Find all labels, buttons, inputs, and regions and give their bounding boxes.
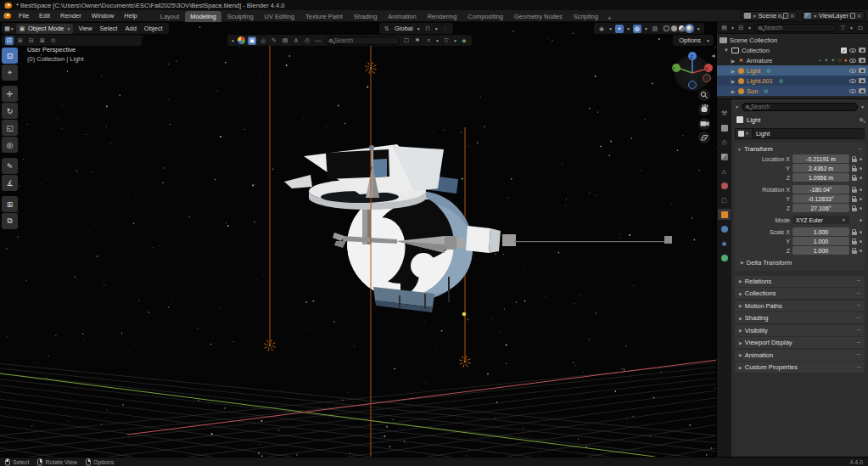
overlays-toggle-icon[interactable]: ◍ — [633, 25, 641, 33]
outliner-row-armature[interactable]: ▶ ✶ Armature ⌁ ✦ ✦ ▽ ♦ — [717, 55, 868, 65]
menu-render[interactable]: Render — [56, 11, 86, 20]
tool-rotate[interactable]: ↻ — [2, 103, 18, 119]
panel-shading[interactable]: ▶Shading┄ — [735, 312, 865, 323]
animate-dot[interactable] — [860, 188, 862, 191]
outliner-row-light[interactable]: ▶ Light ◍ — [717, 65, 868, 76]
tab-compositing[interactable]: Compositing — [462, 11, 508, 22]
panel-motion-paths[interactable]: ▶Motion Paths┄ — [735, 300, 865, 312]
tool-select-box[interactable]: ⊡ — [2, 48, 18, 64]
location-y-field[interactable]: 2.4362 m — [792, 164, 849, 172]
hide-eye-icon[interactable] — [849, 69, 856, 73]
expander-icon[interactable]: ▶ — [731, 58, 736, 64]
expander-icon[interactable]: ▶ — [731, 78, 736, 84]
expander-icon[interactable]: ▶ — [731, 68, 736, 74]
search-input[interactable] — [764, 25, 832, 31]
tab-shading[interactable]: Shading — [349, 11, 383, 22]
hide-eye-icon[interactable] — [849, 59, 856, 63]
select-mode-intersect-icon[interactable]: ⊙ — [49, 36, 58, 45]
scale-x-field[interactable]: 1.000 — [792, 227, 849, 236]
outliner-row-light-001[interactable]: ▶ Light.001 ◍ — [717, 76, 868, 86]
tab-world[interactable] — [718, 180, 731, 191]
axis-x-neg-handle[interactable] — [703, 75, 711, 82]
lock-icon[interactable] — [852, 159, 857, 162]
tool-scale[interactable]: ◱ — [2, 120, 18, 136]
light-point[interactable] — [462, 312, 466, 316]
tool-add-cube[interactable]: ⊞ — [2, 196, 18, 212]
panel-options-icon[interactable]: ┄ — [857, 315, 860, 322]
close-icon[interactable]: ✕ — [790, 13, 794, 19]
tab-object[interactable] — [718, 209, 731, 220]
tab-animation[interactable]: Animation — [383, 11, 421, 22]
delta-transform-subpanel[interactable]: ▶ Delta Transform — [737, 257, 862, 267]
preview-sphere-icon[interactable] — [238, 36, 245, 44]
menu-help[interactable]: Help — [120, 11, 141, 20]
render-camera-icon[interactable] — [859, 88, 865, 93]
orientation-label[interactable]: Global — [394, 25, 414, 32]
shading-rendered-icon[interactable] — [686, 25, 692, 31]
chevron-down-icon[interactable]: ▼ — [735, 104, 739, 109]
tab-physics[interactable]: ◉ — [718, 238, 731, 249]
snap-magnet-icon[interactable]: ⊓ — [423, 25, 432, 33]
tool-cursor[interactable]: ⌖ — [2, 65, 18, 81]
panel-collections[interactable]: ▶Collections┄ — [735, 288, 865, 299]
lock-icon[interactable] — [852, 199, 857, 202]
animate-dot[interactable] — [860, 167, 862, 170]
panel-options-icon[interactable]: ┄ — [857, 340, 860, 346]
tab-tool[interactable]: ⚒ — [718, 108, 731, 119]
tool-annotate[interactable]: ✎ — [2, 158, 18, 174]
tab-uv-editing[interactable]: UV Editing — [260, 11, 300, 22]
hide-eye-icon[interactable] — [849, 89, 856, 93]
rotation-z-field[interactable]: 27.106° — [792, 204, 849, 212]
shield-icon[interactable]: ◈ — [460, 36, 468, 45]
location-x-field[interactable]: -0.21191 m — [792, 154, 849, 163]
tool-move[interactable]: ✛ — [2, 86, 18, 102]
scene-selector[interactable]: ▼ Scene ✕ — [741, 11, 798, 20]
scale-y-field[interactable]: 1.000 — [792, 237, 849, 245]
expander-icon[interactable]: ▶ — [731, 88, 736, 94]
tab-output[interactable]: ⎙ — [718, 137, 731, 148]
tab-sculpting[interactable]: Sculpting — [222, 11, 259, 22]
menu-select[interactable]: Select — [98, 25, 120, 32]
rotation-y-field[interactable]: -0.12833° — [792, 194, 849, 203]
outliner-row-collection[interactable]: ▼ Collection ✓ — [717, 45, 868, 55]
rotation-x-field[interactable]: -180.04° — [792, 185, 849, 194]
brush-filter-icon[interactable]: ✎ — [270, 36, 278, 45]
display-mode-icon[interactable]: ⊟ — [737, 24, 745, 32]
select-mode-extend-icon[interactable]: ⊞ — [16, 36, 25, 45]
outliner-search[interactable] — [754, 24, 837, 32]
outliner-row-sun[interactable]: ▶ Sun ◍ — [717, 86, 868, 96]
zoom-button[interactable] — [698, 89, 710, 101]
menu-window[interactable]: Window — [87, 11, 119, 20]
stroke-filter-icon[interactable]: 〰 — [314, 36, 322, 45]
lock-icon[interactable] — [852, 232, 857, 235]
panel-options-icon[interactable]: ┄ — [859, 146, 862, 153]
shading-solid-icon[interactable] — [671, 25, 677, 31]
tab-constraints[interactable] — [718, 223, 731, 234]
list-icon[interactable]: ≡ — [424, 36, 433, 45]
lock-icon[interactable] — [852, 177, 857, 181]
tab-modeling[interactable]: Modeling — [185, 11, 221, 22]
flag-icon[interactable]: ⚑ — [413, 36, 422, 45]
animate-dot[interactable] — [860, 240, 862, 243]
render-camera-icon[interactable] — [859, 58, 865, 63]
panel-visibility[interactable]: ▶Visibility┄ — [735, 325, 865, 336]
lock-icon[interactable] — [852, 168, 857, 171]
funnel-filter-icon[interactable]: ▽ — [442, 36, 451, 45]
lock-icon[interactable] — [852, 208, 857, 211]
render-camera-icon[interactable] — [859, 78, 865, 83]
lock-icon[interactable] — [852, 189, 857, 193]
checkbox-icon[interactable]: ☐ — [402, 36, 411, 45]
3d-viewport[interactable]: Y X Z ▦▼ — [0, 22, 717, 457]
add-workspace-button[interactable]: + — [604, 14, 615, 22]
pivot-point-icon[interactable]: ◉ — [597, 25, 606, 33]
panel-viewport-display[interactable]: ▶Viewport Display┄ — [735, 337, 865, 348]
tab-texture-paint[interactable]: Texture Paint — [300, 11, 348, 22]
menu-view[interactable]: View — [76, 25, 94, 32]
xray-toggle-icon[interactable]: ▨ — [651, 25, 659, 33]
rotation-mode-dropdown[interactable]: XYZ Euler▼ — [792, 216, 849, 224]
animate-dot[interactable] — [860, 219, 862, 222]
properties-search[interactable] — [742, 103, 858, 111]
tab-scene[interactable]: ◬ — [718, 166, 731, 177]
tab-render[interactable] — [718, 122, 731, 133]
pin-icon[interactable] — [778, 14, 781, 18]
